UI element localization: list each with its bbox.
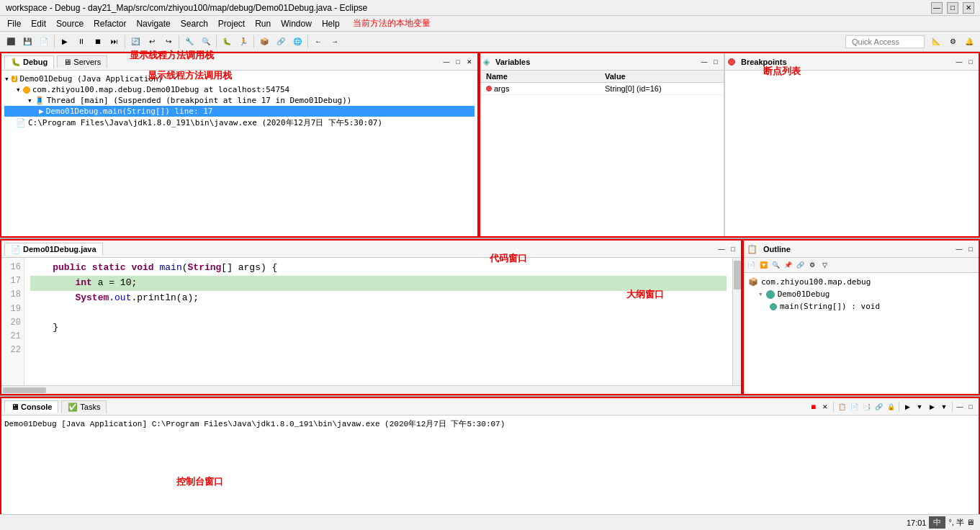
console-btn-9[interactable]: ▼: [938, 401, 950, 413]
console-panel: 🖥 Console ✅ Tasks ⏹ ✕ 📋 📄 📑 🔗 🔒: [0, 397, 980, 530]
tb-btn-14[interactable]: 🏃: [235, 34, 251, 50]
bp-maximize-btn[interactable]: □: [966, 57, 976, 67]
outline-item-2[interactable]: main(String[]) : void: [747, 300, 976, 313]
menu-refactor[interactable]: Refactor: [89, 17, 130, 30]
hscroll-thumb[interactable]: [3, 387, 46, 393]
var-row-0[interactable]: args String[0] (id=16): [480, 83, 724, 95]
maximize-btn[interactable]: □: [947, 2, 958, 14]
minimize-btn[interactable]: —: [931, 2, 943, 14]
console-close-btn[interactable]: ✕: [819, 401, 831, 413]
console-btn-2[interactable]: 📄: [848, 401, 860, 413]
tab-servers[interactable]: 🖥 Servers: [57, 55, 107, 68]
menu-search[interactable]: Search: [176, 17, 212, 30]
menu-project[interactable]: Project: [214, 17, 249, 30]
ctb-sep-1: [833, 402, 834, 412]
debug-minimize-btn[interactable]: —: [441, 57, 451, 67]
var-minimize-btn[interactable]: —: [699, 57, 709, 67]
console-maximize-btn[interactable]: □: [966, 402, 976, 412]
editor-maximize-btn[interactable]: □: [728, 244, 738, 254]
top-row: 🐛 Debug 🖥 Servers — □ ✕ ▾ J Demo01Debug: [0, 52, 980, 239]
otb-4[interactable]: 📌: [782, 259, 794, 271]
var-maximize-btn[interactable]: □: [711, 57, 721, 67]
tab-debug[interactable]: 🐛 Debug: [4, 55, 54, 68]
tab-editor[interactable]: 📄 Demo01Debug.java: [4, 243, 103, 256]
tb-btn-20[interactable]: 📐: [928, 34, 944, 50]
outline-item-0[interactable]: 📦 com.zhiyou100.map.debug: [747, 276, 976, 288]
tb-sep-5: [253, 35, 254, 48]
menu-edit[interactable]: Edit: [27, 17, 50, 30]
tb-btn-5[interactable]: ⏸: [73, 34, 89, 50]
tb-btn-16[interactable]: 🔗: [273, 34, 289, 50]
debug-close-btn[interactable]: ✕: [464, 57, 475, 67]
tab-tasks[interactable]: ✅ Tasks: [61, 400, 107, 413]
editor-scroll-thumb[interactable]: [734, 261, 741, 289]
debug-panel-header: 🐛 Debug 🖥 Servers — □ ✕: [1, 53, 477, 71]
tb-btn-6[interactable]: ⏹: [90, 34, 106, 50]
tab-outline[interactable]: Outline: [760, 243, 794, 255]
console-stop-btn[interactable]: ⏹: [807, 401, 819, 413]
tb-btn-3[interactable]: 📄: [36, 34, 52, 50]
otb-2[interactable]: 🔽: [758, 259, 769, 271]
console-btn-3[interactable]: 📑: [860, 401, 872, 413]
quick-access-input[interactable]: [845, 35, 925, 48]
outline-minimize-btn[interactable]: —: [954, 244, 964, 254]
status-bar: 17:01 中 °, 半 🖥: [0, 514, 980, 530]
editor-scrollbar[interactable]: [732, 258, 741, 385]
console-btn-4[interactable]: 🔗: [873, 401, 884, 413]
menu-window[interactable]: Window: [277, 17, 316, 30]
otb-7[interactable]: ▽: [819, 259, 830, 271]
tb-btn-22[interactable]: 🔔: [961, 34, 977, 50]
debug-maximize-btn[interactable]: □: [453, 57, 463, 67]
outline-maximize-btn[interactable]: □: [966, 244, 976, 254]
expand-icon-0: ▾: [4, 74, 9, 84]
editor-hscrollbar[interactable]: [1, 385, 741, 394]
otb-3[interactable]: 🔍: [770, 259, 781, 271]
otb-1[interactable]: 📄: [745, 259, 757, 271]
otb-6[interactable]: ⚙: [806, 259, 818, 271]
tb-btn-17[interactable]: 🌐: [289, 34, 305, 50]
tb-btn-9[interactable]: ↩: [144, 34, 160, 50]
breakpoints-icon: [728, 58, 735, 66]
tb-btn-18[interactable]: ←: [310, 34, 326, 50]
code-content[interactable]: public static void main(String[] args) {…: [24, 258, 732, 385]
tb-btn-19[interactable]: →: [327, 34, 343, 50]
close-btn[interactable]: ✕: [963, 2, 974, 14]
tb-btn-13[interactable]: 🐛: [219, 34, 235, 50]
tab-breakpoints[interactable]: Breakpoints: [738, 56, 790, 68]
menu-help[interactable]: Help: [318, 17, 344, 30]
tb-btn-2[interactable]: 💾: [19, 34, 35, 50]
tab-variables[interactable]: Variables: [493, 56, 533, 68]
otb-5[interactable]: 🔗: [794, 259, 806, 271]
tb-btn-10[interactable]: ↪: [161, 34, 176, 50]
menu-source[interactable]: Source: [52, 17, 88, 30]
menu-file[interactable]: File: [3, 17, 25, 30]
console-btn-6[interactable]: ▶: [902, 401, 913, 413]
bp-minimize-btn[interactable]: —: [954, 57, 964, 67]
tree-item-2[interactable]: ▾ 🧵 Thread [main] (Suspended (breakpoint…: [4, 95, 475, 106]
tb-btn-11[interactable]: 🔧: [181, 34, 197, 50]
tree-item-3[interactable]: ▶ Demo01Debug.main(String[]) line: 17: [4, 106, 475, 117]
editor-content[interactable]: 16 17 18 19 20 21 22 public static void …: [1, 258, 732, 385]
console-minimize-btn[interactable]: —: [955, 402, 965, 412]
editor-minimize-btn[interactable]: —: [716, 244, 727, 254]
console-btn-5[interactable]: 🔒: [885, 401, 896, 413]
tb-btn-4[interactable]: ▶: [57, 34, 73, 50]
console-btn-8[interactable]: ▶: [926, 401, 938, 413]
console-btn-7[interactable]: ▼: [914, 401, 925, 413]
tree-item-1[interactable]: ▾ com.zhiyou100.map.debug.Demo01Debug at…: [4, 84, 475, 95]
console-btn-1[interactable]: 📋: [836, 401, 848, 413]
menu-run[interactable]: Run: [251, 17, 275, 30]
menu-navigate[interactable]: Navigate: [132, 17, 174, 30]
tree-item-0[interactable]: ▾ J Demo01Debug (Java Application): [4, 73, 475, 84]
variables-header: ◈ Variables — □: [480, 53, 724, 71]
tree-item-4[interactable]: 📄 C:\Program Files\Java\jdk1.8.0_191\bin…: [4, 117, 475, 129]
tab-console[interactable]: 🖥 Console: [4, 400, 58, 413]
tb-btn-21[interactable]: ⚙: [945, 34, 961, 50]
tb-btn-8[interactable]: 🔄: [127, 34, 143, 50]
outline-item-1[interactable]: ▾ Demo01Debug: [747, 288, 976, 300]
code-line-16: public static void main(String[] args) {: [30, 261, 727, 276]
tb-btn-12[interactable]: 🔍: [198, 34, 214, 50]
tb-btn-7[interactable]: ⏭: [107, 34, 122, 50]
tb-btn-1[interactable]: ⬛: [3, 34, 19, 50]
tb-btn-15[interactable]: 📦: [256, 34, 272, 50]
